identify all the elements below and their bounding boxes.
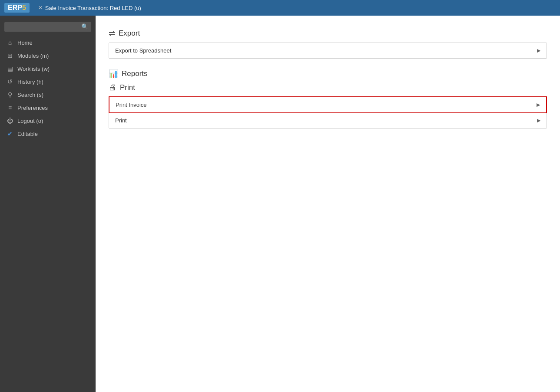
worklists-icon: ▤ xyxy=(6,65,14,72)
tab-close-icon[interactable]: ✕ xyxy=(38,5,43,11)
logout-icon: ⏻ xyxy=(6,117,14,124)
sidebar-item-modules-label: Modules (m) xyxy=(17,53,49,59)
sidebar-item-history[interactable]: ↺ History (h) xyxy=(0,75,96,88)
print-invoice-item[interactable]: Print Invoice ▶ xyxy=(109,96,547,113)
layout: 🔍 ⌂ Home ⊞ Modules (m) ▤ Worklists (w) ↺… xyxy=(0,16,560,392)
export-spreadsheet-label: Export to Spreadsheet xyxy=(115,47,171,54)
sidebar-item-worklists[interactable]: ▤ Worklists (w) xyxy=(0,62,96,75)
export-title: Export xyxy=(119,29,140,38)
reports-title: Reports xyxy=(122,69,148,78)
history-icon: ↺ xyxy=(6,78,14,85)
editable-icon: ✔ xyxy=(6,130,14,137)
main-content: ⇌ Export Export to Spreadsheet ▶ 📊 Repor… xyxy=(96,16,560,392)
search-button[interactable]: 🔍 xyxy=(79,22,91,32)
sidebar-item-editable-label: Editable xyxy=(17,131,38,137)
export-icon: ⇌ xyxy=(109,29,115,38)
sidebar-item-editable[interactable]: ✔ Editable xyxy=(0,127,96,140)
sidebar: 🔍 ⌂ Home ⊞ Modules (m) ▤ Worklists (w) ↺… xyxy=(0,16,96,392)
print-item[interactable]: Print ▶ xyxy=(109,113,547,128)
sidebar-item-preferences-label: Preferences xyxy=(17,105,48,111)
print-icon: 🖨 xyxy=(109,83,116,92)
search-icon: ⚲ xyxy=(6,91,14,98)
export-action-list: Export to Spreadsheet ▶ xyxy=(109,43,547,59)
export-spreadsheet-arrow: ▶ xyxy=(537,48,540,53)
print-title: Print xyxy=(120,83,135,92)
print-label: Print xyxy=(115,117,127,124)
sidebar-item-home-label: Home xyxy=(17,40,33,46)
reports-section-title: 📊 Reports xyxy=(109,69,547,79)
search-input[interactable] xyxy=(4,22,79,32)
sidebar-item-search[interactable]: ⚲ Search (s) xyxy=(0,88,96,101)
modules-icon: ⊞ xyxy=(6,52,14,59)
print-section-title: 🖨 Print xyxy=(109,83,547,92)
print-arrow: ▶ xyxy=(537,118,540,123)
tab[interactable]: ✕ Sale Invoice Transaction: Red LED (u) xyxy=(34,3,146,13)
sidebar-item-preferences[interactable]: ≡ Preferences xyxy=(0,101,96,114)
search-box[interactable]: 🔍 xyxy=(4,22,91,32)
logo[interactable]: ERP5 xyxy=(4,3,30,13)
preferences-icon: ≡ xyxy=(6,104,14,111)
sidebar-item-modules[interactable]: ⊞ Modules (m) xyxy=(0,49,96,62)
print-action-list: Print Invoice ▶ Print ▶ xyxy=(109,96,547,128)
sidebar-item-history-label: History (h) xyxy=(17,79,43,85)
sidebar-item-search-label: Search (s) xyxy=(17,92,43,98)
tab-title: Sale Invoice Transaction: Red LED (u) xyxy=(45,5,141,11)
export-section-title: ⇌ Export xyxy=(109,29,547,38)
export-spreadsheet-item[interactable]: Export to Spreadsheet ▶ xyxy=(109,43,547,58)
topbar: ERP5 ✕ Sale Invoice Transaction: Red LED… xyxy=(0,0,560,16)
home-icon: ⌂ xyxy=(6,39,14,46)
reports-icon: 📊 xyxy=(109,69,118,79)
sidebar-item-worklists-label: Worklists (w) xyxy=(17,66,50,72)
print-invoice-arrow: ▶ xyxy=(537,102,540,108)
sidebar-item-home[interactable]: ⌂ Home xyxy=(0,36,96,49)
sidebar-item-logout-label: Logout (o) xyxy=(17,118,43,124)
sidebar-item-logout[interactable]: ⏻ Logout (o) xyxy=(0,114,96,127)
print-invoice-label: Print Invoice xyxy=(116,102,147,108)
